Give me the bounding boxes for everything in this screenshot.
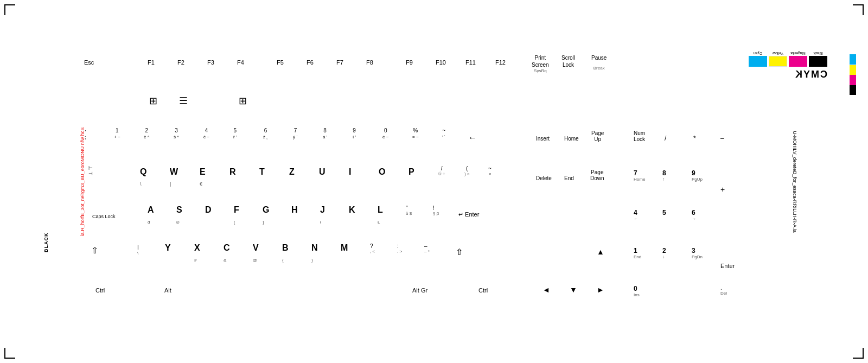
cmyk-text: CMYK [749,69,827,80]
corner-tl [4,4,15,15]
key-num-enter: Enter [720,260,735,270]
key-2: 2ě ^ [144,128,149,139]
key-esc: Esc [84,57,94,67]
key-enter: ↵ Enter [458,209,479,219]
key-n: N [311,243,318,253]
key-h: H [291,205,298,215]
corner-bl [4,348,15,359]
key-num-plus: + [720,184,725,194]
key-s-sub: Đ [176,216,180,226]
key-down-arrow: ▼ [570,285,577,295]
key-z: Z [289,167,295,177]
key-s: S [176,205,182,215]
key-b-sub: { [282,254,284,264]
key-f3: F3 [207,57,214,67]
key-backspace: ← [468,133,477,143]
key-lt: I \ [137,245,139,256]
key-f: F [234,205,239,215]
key-f5: F5 [277,57,284,67]
color-swatches [749,56,827,67]
key-pause: Pause Break [591,54,607,71]
strip-yellow [850,65,856,75]
key-equals: ~' ˙ [442,128,445,139]
key-4: 4č ~ [203,128,209,139]
key-alt-gr: Alt Gr [412,285,427,295]
key-n-sub: } [311,254,313,264]
key-menu: ☰ [179,95,188,107]
key-6: 6ž ˛ [263,128,268,139]
key-f8: F8 [366,57,373,67]
key-win-right: ⊞ [239,95,247,107]
key-num0: 0 Ins [634,285,640,297]
key-c: C [224,243,230,253]
key-a-sub: đ [148,216,150,226]
key-left-arrow: ◄ [542,285,550,295]
key-left-alt: Alt [164,285,171,295]
key-left-ctrl: Ctrl [95,285,105,295]
key-right-arrow: ► [597,285,604,295]
key-v: V [253,243,259,253]
cyan-label: Cyan [749,52,767,55]
key-numlock: NumLock [634,130,645,142]
key-left-shift: ⇧ [91,245,98,256]
key-f4: F4 [237,57,244,67]
corner-tr [853,4,864,15]
key-quote: ! § β [433,205,439,216]
key-d: D [205,205,212,215]
key-w: W [170,167,178,177]
key-right-ctrl: Ctrl [478,285,488,295]
key-e-sub: € [200,178,202,188]
key-comma: ? , < [370,243,375,254]
magenta-swatch [789,56,807,67]
key-num2: 2 ↓ [662,247,666,259]
key-t: T [259,167,265,177]
key-num4: 4 ← [634,209,638,221]
key-print-screen: PrintScreen SysRq [532,54,549,73]
key-p: P [409,167,414,177]
key-q: Q [140,167,146,177]
key-e: E [200,167,206,177]
key-k: K [349,205,355,215]
key-3: 3š ^ [174,128,179,139]
key-num9: 9 PgUp [692,169,703,182]
black-swatch [809,56,827,67]
key-num-dot: . Del [720,285,727,296]
key-o: O [379,167,385,177]
key-r: R [229,167,236,177]
key-7: 7ý ` [293,128,298,139]
key-y: Y [165,243,171,253]
key-5: 5ř ' [233,128,237,139]
key-j: J [320,205,325,215]
key-f-sub: [ [234,216,235,226]
key-pageup: PageUp [591,130,604,142]
key-end: End [564,173,574,182]
key-f1: F1 [148,57,155,67]
cmyk-block: Cyan Yellow Magenta Black CMYK [749,52,827,80]
key-num8: 8 ↑ [662,169,666,182]
left-label: ia.R_horfE_3ot_nelrgm3_BU_eoroMONU nřw h… [80,127,85,236]
key-capslock: Caps Lock [92,211,116,220]
key-num7: 7 Home [634,169,645,182]
key-num-star: * [693,133,696,143]
key-b: B [282,243,289,253]
strip-cyan [850,54,856,65]
key-num3: 3 PgDn [692,247,703,259]
key-home: Home [564,133,579,143]
key-x: X [194,243,200,253]
key-i: I [349,167,351,177]
right-color-strip [850,54,856,95]
yellow-swatch [769,56,787,67]
key-bracket-close: ( ) × [464,165,470,176]
key-v-sub: @ [253,254,257,264]
key-scroll-lock: ScrollLock [561,54,575,68]
key-f12: F12 [495,57,506,67]
key-w-sub: | [170,178,171,188]
key-l-sub: Ł [378,216,380,226]
key-num5: 5 [662,209,666,216]
key-f2: F2 [177,57,184,67]
key-num-slash: / [665,133,666,143]
key-pagedown: PageDown [590,169,604,181]
key-right-shift: ⇧ [456,247,463,257]
black-label-top: Black [809,52,827,55]
key-num6: 6 → [692,209,696,221]
